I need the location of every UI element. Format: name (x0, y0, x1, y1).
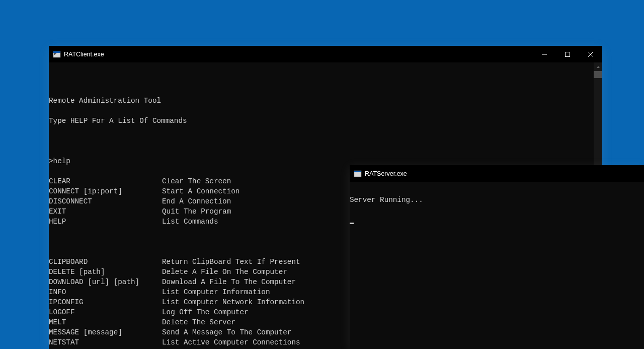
command-name: DELETE [path] (49, 267, 162, 277)
command-name: EXIT (49, 206, 162, 217)
command-desc: List Computer Information (162, 287, 270, 297)
terminal-line: Server Running... (350, 195, 644, 205)
command-desc: List Commands (162, 217, 218, 227)
command-desc: List Computer Network Information (162, 297, 304, 307)
svg-rect-2 (54, 53, 56, 54)
window-controls (533, 46, 602, 62)
terminal-line (49, 136, 602, 146)
command-desc: Delete The Server (162, 317, 235, 327)
command-name: IPCONFIG (49, 297, 162, 307)
scrollbar-thumb[interactable] (594, 71, 602, 78)
command-name: CONNECT [ip:port] (49, 186, 162, 196)
command-name: INFO (49, 287, 162, 297)
command-name: MESSAGE [message] (49, 327, 162, 337)
minimize-button[interactable] (533, 46, 556, 62)
server-terminal[interactable]: Server Running... (350, 182, 644, 349)
command-desc: Delete A File On The Computer (162, 267, 287, 277)
terminal-icon (53, 50, 61, 58)
command-name: CLIPBOARD (49, 257, 162, 267)
maximize-button[interactable] (556, 46, 579, 62)
command-desc: Return ClipBoard Text If Present (162, 257, 300, 267)
command-name: DOWNLOAD [url] [path] (49, 277, 162, 287)
close-button[interactable] (579, 46, 602, 62)
client-titlebar[interactable]: RATClient.exe (49, 46, 602, 62)
command-name: MELT (49, 317, 162, 327)
command-desc: Clear The Screen (162, 176, 231, 186)
command-desc: Download A File To The Computer (162, 277, 296, 287)
svg-rect-5 (566, 52, 570, 56)
command-desc: Send A Message To The Computer (162, 327, 291, 337)
command-name: NETSTAT (49, 337, 162, 347)
terminal-cursor-line (350, 215, 644, 225)
svg-rect-11 (355, 174, 356, 174)
svg-rect-9 (354, 171, 361, 172)
command-desc: Quit The Program (162, 206, 231, 217)
svg-rect-10 (355, 173, 357, 173)
command-name: LOGOFF (49, 307, 162, 317)
terminal-icon (354, 170, 362, 178)
svg-rect-3 (54, 54, 55, 55)
command-desc: List Active Computer Connections (162, 337, 300, 347)
terminal-line: Remote Administration Tool (49, 96, 602, 106)
server-window: RATServer.exe Server Running... (350, 165, 644, 349)
scrollbar-arrow-up-icon[interactable] (594, 62, 602, 71)
command-desc: Start A Connection (162, 186, 239, 196)
cursor-icon (350, 223, 354, 224)
terminal-prompt: >help (49, 156, 602, 166)
terminal-line: Type HELP For A List Of Commands (49, 116, 602, 126)
command-name: CLEAR (49, 176, 162, 186)
server-title: RATServer.exe (365, 170, 644, 177)
command-name: DISCONNECT (49, 196, 162, 206)
command-name: HELP (49, 217, 162, 227)
command-desc: Log Off The Computer (162, 307, 249, 317)
svg-rect-1 (53, 51, 60, 53)
client-title: RATClient.exe (64, 51, 533, 58)
command-desc: End A Connection (162, 196, 231, 206)
server-titlebar[interactable]: RATServer.exe (350, 165, 644, 182)
